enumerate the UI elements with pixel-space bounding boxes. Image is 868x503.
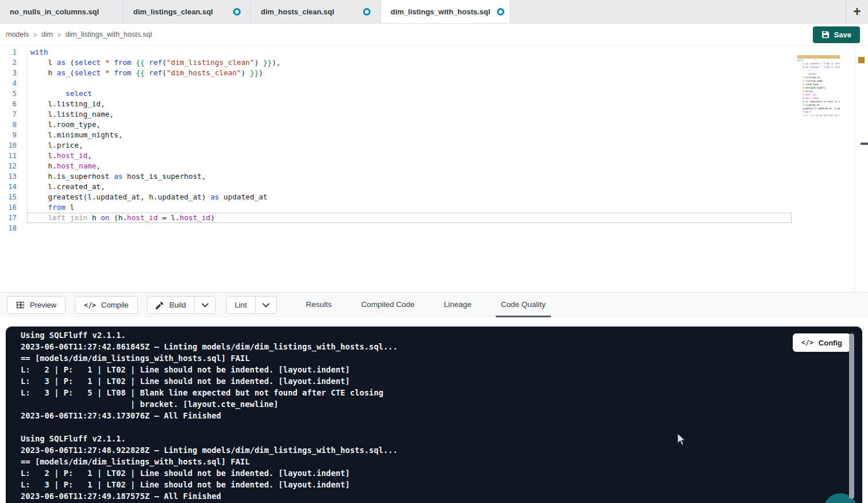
- code-line[interactable]: [30, 78, 280, 89]
- terminal-line: Using SQLFluff v2.1.1.: [21, 433, 398, 444]
- chevron-down-icon: [202, 303, 209, 308]
- breadcrumb-separator-icon: >: [57, 30, 61, 39]
- code-line[interactable]: l.created_at,: [30, 182, 280, 192]
- chevron-down-icon: [263, 303, 269, 308]
- file-tab[interactable]: dim_listings_clean.sql: [124, 0, 251, 23]
- editor-tabs: no_nulls_in_columns.sqldim_listings_clea…: [0, 0, 510, 23]
- result-tabs: ResultsCompiled CodeLineageCode Quality: [301, 293, 551, 317]
- terminal-line: == [models/dim/dim_listings_with_hosts.s…: [21, 456, 398, 467]
- floppy-disk-icon: [821, 30, 830, 39]
- config-button[interactable]: </> Config: [793, 333, 851, 352]
- code-line[interactable]: h as (select * from {{ ref("dim_hosts_cl…: [30, 68, 280, 78]
- minimap-code: with l as (select * from {{ ref("dim_lis…: [797, 59, 840, 118]
- minimap-line: left join h on (h.host_id = l.host_id): [797, 114, 840, 117]
- terminal-line: 2023-06-06T11:27:49.187575Z — All Finish…: [21, 490, 398, 502]
- file-tab-label: no_nulls_in_columns.sql: [10, 7, 99, 16]
- line-number: 18: [0, 223, 17, 233]
- code-line[interactable]: select: [30, 89, 280, 99]
- code-line[interactable]: h.host_name,: [30, 161, 280, 171]
- line-number: 10: [0, 140, 17, 151]
- indent-guide: [27, 57, 28, 223]
- line-number: 15: [0, 192, 17, 202]
- file-tab[interactable]: no_nulls_in_columns.sql: [0, 0, 124, 23]
- line-number: 7: [0, 109, 17, 120]
- editor-toolbar: Preview </> Compile Build: [0, 292, 868, 317]
- plus-icon: +: [853, 4, 861, 20]
- file-tab[interactable]: dim_hosts_clean.sql: [251, 0, 381, 23]
- terminal-line: | bracket. [layout.cte_newline]: [21, 398, 398, 410]
- code-line[interactable]: l.price,: [30, 140, 280, 151]
- build-dropdown-button[interactable]: [195, 297, 215, 313]
- line-number: 8: [0, 120, 17, 130]
- file-tab-label: dim_listings_clean.sql: [133, 7, 213, 16]
- compile-button-label: Compile: [101, 301, 129, 309]
- code-line[interactable]: l.listing_id,: [30, 99, 280, 109]
- lint-button[interactable]: Lint: [227, 297, 256, 313]
- code-line[interactable]: left join h on (h.host_id = l.host_id): [30, 213, 280, 223]
- line-number: 1: [0, 47, 17, 57]
- lint-warning-marker: [858, 57, 865, 63]
- compile-button[interactable]: </> Compile: [75, 296, 137, 314]
- breadcrumb-separator-icon: >: [33, 30, 37, 39]
- code-line[interactable]: greatest(l.updated_at, h.updated_at) as …: [30, 192, 280, 202]
- lint-dropdown-button[interactable]: [256, 297, 276, 313]
- terminal-line: 2023-06-06T11:27:43.173076Z — All Finish…: [21, 410, 398, 421]
- table-grid-icon: [16, 301, 25, 309]
- code-line[interactable]: with: [30, 47, 280, 57]
- lint-button-label: Lint: [235, 301, 247, 309]
- terminal-line: L: 3 | P: 1 | LT02 | Line should not be …: [21, 479, 398, 490]
- line-number: 12: [0, 161, 17, 171]
- code-line[interactable]: [30, 223, 280, 233]
- build-button-label: Build: [169, 301, 186, 309]
- code-line[interactable]: l.room_type,: [30, 120, 280, 130]
- editor-tab-bar: no_nulls_in_columns.sqldim_listings_clea…: [0, 0, 868, 24]
- line-number: 9: [0, 130, 17, 140]
- minimap[interactable]: with l as (select * from {{ ref("dim_lis…: [797, 48, 840, 118]
- dbt-ide-window: no_nulls_in_columns.sqldim_listings_clea…: [0, 0, 868, 503]
- line-number: 17: [0, 213, 17, 223]
- code-line[interactable]: l.host_id,: [30, 151, 280, 161]
- line-number: 14: [0, 182, 17, 192]
- code-line[interactable]: from l: [30, 202, 280, 213]
- line-number: 5: [0, 89, 17, 99]
- tab-compiled-code[interactable]: Compiled Code: [356, 293, 420, 317]
- build-split-button: Build: [147, 296, 216, 314]
- line-number: 16: [0, 202, 17, 213]
- lint-split-button: Lint: [226, 296, 277, 314]
- code-line[interactable]: l.minimum_nights,: [30, 130, 280, 140]
- line-number: 13: [0, 171, 17, 182]
- save-button[interactable]: Save: [813, 26, 860, 43]
- save-button-label: Save: [834, 30, 851, 39]
- code-editor[interactable]: 123456789101112131415161718 with l as (s…: [0, 46, 868, 292]
- breadcrumb-item[interactable]: models: [6, 30, 29, 39]
- tab-code-quality[interactable]: Code Quality: [496, 293, 551, 317]
- tab-lineage[interactable]: Lineage: [439, 293, 477, 317]
- build-button[interactable]: Build: [148, 297, 195, 313]
- toolbar-terminal-gap: [0, 317, 868, 327]
- file-tab[interactable]: dim_listings_with_hosts.sql: [381, 0, 510, 23]
- code-line[interactable]: l as (select * from {{ ref("dim_listings…: [30, 57, 280, 68]
- line-number: 2: [0, 57, 17, 68]
- file-tab-label: dim_hosts_clean.sql: [261, 7, 334, 16]
- terminal-line: 2023-06-06T11:27:42.861845Z — Linting mo…: [21, 341, 398, 352]
- breadcrumb-item[interactable]: dim_listings_with_hosts.sql: [65, 30, 152, 39]
- file-tab-label: dim_listings_with_hosts.sql: [391, 7, 490, 16]
- preview-button-label: Preview: [30, 301, 56, 309]
- unsaved-dot-icon: [233, 8, 241, 16]
- code-icon: </>: [84, 301, 96, 309]
- preview-button[interactable]: Preview: [7, 296, 65, 314]
- code-line[interactable]: h.is_superhost as host_is_superhost,: [30, 171, 280, 182]
- minimap-line: [797, 117, 840, 118]
- terminal-line: L: 3 | P: 1 | LT02 | Line should not be …: [21, 375, 398, 387]
- new-tab-button[interactable]: +: [846, 0, 868, 23]
- code-line[interactable]: l.listing_name,: [30, 109, 280, 120]
- terminal-line: L: 2 | P: 1 | LT02 | Line should not be …: [21, 364, 398, 375]
- overview-ruler-cursor-marker: [861, 143, 868, 145]
- code-content[interactable]: with l as (select * from {{ ref("dim_lis…: [30, 47, 280, 233]
- tab-results[interactable]: Results: [301, 293, 337, 317]
- breadcrumb-item[interactable]: dim: [41, 30, 53, 39]
- line-number: 11: [0, 151, 17, 161]
- terminal-line: 2023-06-06T11:27:48.922828Z — Linting mo…: [21, 444, 398, 456]
- terminal-scrollbar[interactable]: [849, 333, 854, 499]
- code-icon: </>: [801, 339, 813, 347]
